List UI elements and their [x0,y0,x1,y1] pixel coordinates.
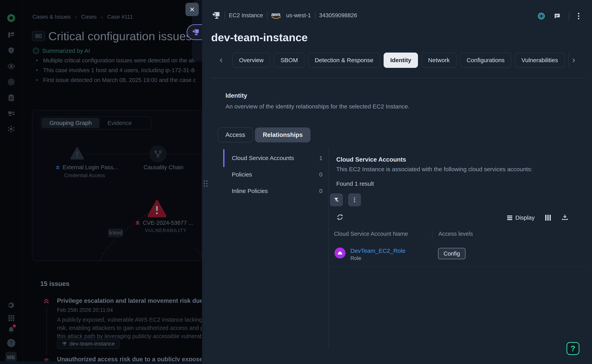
drag-handle[interactable] [204,180,207,187]
org-blocks-icon[interactable] [7,110,15,118]
causality-chain-label: Causality Chain [144,164,183,171]
grouping-graph-card: Grouping Graph Evidence External Login P… [32,110,202,261]
issue-description-line: A publicly exposed, vulnerable AWS EC2 i… [57,317,202,323]
results-summary: Found 1 result [336,180,374,187]
tab-sbom[interactable]: SBOM [274,52,304,68]
count-badge: 0 [319,171,323,178]
ai-orb-icon[interactable] [537,12,545,21]
display-menu-button[interactable]: Display [507,214,535,221]
content-description: This EC2 Instance is associated with the… [336,166,532,173]
cve-warning-icon[interactable] [147,200,167,219]
causality-chain-node[interactable] [149,145,167,162]
spark-cluster-icon[interactable] [7,125,15,134]
breadcrumb-cases[interactable]: Cases [81,14,97,20]
issue-title[interactable]: Privilege escalation and lateral movemen… [57,297,202,304]
close-drawer-button[interactable] [185,3,199,16]
tab-detection-response[interactable]: Detection & Response [308,52,380,68]
clipboard-list-icon[interactable] [7,94,15,102]
tab-identity[interactable]: Identity [383,52,418,68]
account-id-label: 343059098826 [319,12,357,19]
tabs-scroll-right-icon[interactable] [570,57,576,65]
aws-logo: aws [271,11,282,20]
account-type-label: Role [350,255,361,261]
asset-type-label: EC2 Instance [229,12,263,19]
notifications-bell-icon[interactable] [7,326,15,335]
case-title: Critical configuration issues [48,29,201,43]
tab-vulnerabilities[interactable]: Vulnerabilities [515,52,565,68]
asset-drawer-handle[interactable] [187,24,202,40]
warning-node-icon[interactable] [70,147,84,161]
external-login-node-sublabel: Credential Access [64,172,105,178]
edge-label-linked: linked [108,228,123,237]
column-header-access-levels[interactable]: Access levels [438,231,473,237]
download-button[interactable] [561,214,568,222]
filter-toolbar [330,193,361,206]
ai-summary-label: Summarized by AI [42,47,90,54]
close-icon [189,6,195,12]
more-filters-button[interactable] [348,193,361,206]
kebab-menu-icon[interactable] [578,12,580,21]
refresh-button[interactable] [336,213,344,221]
tabs-scroll-left-icon[interactable] [219,57,224,65]
severity-chevrons-blue-icon [55,164,61,171]
external-login-node-label[interactable]: External Login Pass... [55,164,118,171]
graph-edges [32,110,202,261]
list-item-policies[interactable]: Policies 0 [223,166,329,183]
role-avatar [335,247,345,259]
asset-header: EC2 Instance aws us-west-1 343059098826 [212,11,357,20]
list-item-cloud-service-accounts[interactable]: Cloud Service Accounts 1 [223,150,329,166]
account-name-link[interactable]: DevTeam_EC2_Role [350,247,405,254]
ai-summary-bullet: This case involves 1 host and 4 users, i… [36,67,195,73]
chat-icon[interactable] [553,13,561,20]
shield-alert-icon[interactable] [7,47,15,55]
apps-grid-icon[interactable] [7,314,15,322]
cve-node-sublabel: VULNERABILITY [145,228,187,233]
branch-icon [154,150,162,158]
asset-tag-chip[interactable]: dev-team-instance [57,339,119,349]
table-header: Cloud Service Account Name Access levels [334,230,473,238]
tab-configurations[interactable]: Configurations [460,52,511,68]
tab-overview[interactable]: Overview [232,52,270,68]
cve-node-label[interactable]: CVE-2024-53677 ... [135,219,193,227]
issue-description-line: risk, enabling attackers to gain unautho… [57,325,202,331]
divider [315,12,315,19]
add-filter-button[interactable] [330,193,343,206]
relationship-type-list: Cloud Service Accounts 1 Policies 0 Inli… [223,150,329,199]
columns-icon[interactable] [545,215,551,221]
divider [329,266,585,267]
tab-agents[interactable]: Ag [568,52,569,68]
divider [432,230,432,238]
relationships-toggle-button[interactable]: Relationships [255,128,310,142]
issue-description-line: this attack path by leveraging publicly … [57,333,202,339]
identity-view-toggle: Access Relationships [218,128,310,142]
divider [345,196,346,204]
list-item-inline-policies[interactable]: Inline Policies 0 [223,183,329,199]
divider [224,12,225,19]
bottom-strip [0,361,202,364]
count-badge: 0 [319,188,323,194]
monitor-icon [62,341,67,346]
table-view-tools: Display [507,214,568,222]
access-toggle-button[interactable]: Access [218,128,253,142]
count-badge: 1 [319,155,323,161]
region-label: us-west-1 [286,12,311,19]
settings-gear-icon[interactable] [7,301,15,310]
table-row[interactable]: DevTeam_EC2_Role Role Config [334,243,585,266]
column-header-name[interactable]: Cloud Service Account Name [334,231,432,237]
ai-summary-bullet: First issue detected on March 08, 2025 1… [36,77,195,83]
divider [267,12,267,19]
kebab-menu-icon [354,197,355,203]
target-icon[interactable] [7,78,15,87]
issue-timestamp: Feb 25th 2026 20:11:04 [57,307,113,313]
ai-summary-header: Summarized by AI [33,47,90,54]
issue-severity-icon [43,297,50,305]
help-button[interactable]: ? [566,342,579,355]
divider [328,148,329,350]
dashboard-panel-icon[interactable] [7,31,15,40]
orca-logo[interactable] [7,14,15,23]
breadcrumb-cases-issues[interactable]: Cases & Issues [32,14,71,20]
breadcrumb-case-111[interactable]: Case #111 [107,14,133,20]
help-circle-icon[interactable]: ? [7,339,15,347]
eye-icon[interactable] [7,62,15,71]
tab-network[interactable]: Network [422,52,457,68]
